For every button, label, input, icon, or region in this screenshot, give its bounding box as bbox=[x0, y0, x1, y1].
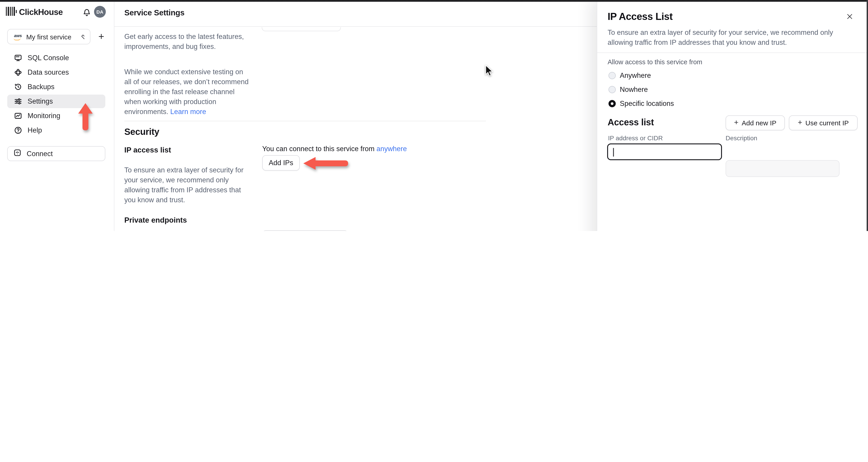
close-icon[interactable] bbox=[844, 11, 855, 22]
setup-private-endpoint-button[interactable]: Set up private endpoint bbox=[262, 230, 348, 231]
sidebar-item-sql-console[interactable]: SQL Console bbox=[7, 51, 105, 65]
window-top-edge bbox=[0, 0, 868, 2]
settings-sliders-icon bbox=[14, 97, 22, 106]
sidebar-item-data-sources[interactable]: Data sources bbox=[7, 66, 105, 79]
use-current-ip-button[interactable]: + Use current IP bbox=[789, 115, 858, 130]
radio-circle-icon bbox=[609, 72, 616, 79]
ip-access-list-heading: IP access list bbox=[124, 146, 171, 154]
radio-specific-locations[interactable]: Specific locations bbox=[609, 98, 744, 109]
radio-selected-icon bbox=[609, 100, 616, 107]
panel-description: To ensure an extra layer of security for… bbox=[608, 28, 849, 48]
ip-access-status: You can connect to this service from any… bbox=[262, 145, 407, 153]
text-caret bbox=[613, 148, 614, 156]
ip-address-input[interactable] bbox=[607, 143, 722, 160]
description-input[interactable] bbox=[725, 160, 839, 177]
backups-history-icon bbox=[14, 83, 22, 91]
fast-release-paragraph-2: While we conduct extensive testing on al… bbox=[124, 67, 250, 117]
access-list-heading: Access list bbox=[608, 117, 654, 127]
panel-title: IP Access List bbox=[608, 11, 673, 23]
page-title: Service Settings bbox=[124, 8, 184, 18]
private-endpoints-heading: Private endpoints bbox=[124, 216, 187, 225]
ip-access-list-description: To ensure an extra layer of security for… bbox=[124, 165, 248, 205]
radio-nowhere[interactable]: Nowhere bbox=[609, 84, 744, 95]
learn-more-link[interactable]: Learn more bbox=[170, 108, 206, 115]
mouse-cursor bbox=[485, 65, 494, 77]
aws-provider-icon: aws bbox=[13, 33, 23, 40]
brand-title: ClickHouse bbox=[19, 7, 63, 17]
connect-button[interactable]: Connect bbox=[7, 146, 105, 161]
annotation-arrow-left bbox=[303, 156, 348, 170]
sidebar-nav: SQL Console Data sources Backups Setting… bbox=[0, 51, 114, 138]
sql-console-icon bbox=[14, 54, 22, 62]
anywhere-link[interactable]: anywhere bbox=[376, 145, 407, 152]
add-service-button[interactable]: + bbox=[95, 30, 107, 44]
allow-access-label: Allow access to this service from bbox=[608, 58, 702, 66]
notifications-bell-icon[interactable] bbox=[83, 8, 91, 17]
add-new-ip-button[interactable]: + Add new IP bbox=[725, 115, 785, 130]
avatar[interactable]: DA bbox=[94, 6, 106, 18]
service-selector[interactable]: aws My first service bbox=[7, 29, 90, 44]
service-selector-label: My first service bbox=[26, 33, 76, 40]
section-divider bbox=[124, 121, 486, 121]
sidebar-item-backups[interactable]: Backups bbox=[7, 80, 105, 94]
chevron-updown-icon bbox=[80, 33, 86, 40]
ip-access-list-panel: IP Access List To ensure an extra layer … bbox=[597, 0, 868, 231]
help-icon bbox=[14, 126, 22, 135]
clickhouse-logo-icon bbox=[6, 7, 17, 16]
fast-release-paragraph-1: Get early access to the latest features,… bbox=[124, 32, 248, 52]
panel-divider bbox=[597, 53, 868, 53]
security-heading: Security bbox=[124, 127, 159, 137]
ip-field-label: IP address or CIDR bbox=[608, 135, 663, 142]
window-scrollbar-edge bbox=[867, 0, 868, 231]
description-field-label: Description bbox=[725, 135, 757, 142]
page-header: Service Settings bbox=[114, 0, 597, 27]
sidebar: ClickHouse DA aws My first service + SQL… bbox=[0, 0, 114, 231]
monitoring-chart-icon bbox=[14, 112, 22, 120]
main-content: Service Settings Get early access to the… bbox=[114, 0, 597, 231]
data-sources-icon bbox=[14, 68, 22, 77]
scrolled-select-remnant bbox=[262, 27, 341, 31]
add-ips-button[interactable]: Add IPs bbox=[262, 155, 300, 171]
radio-anywhere[interactable]: Anywhere bbox=[609, 70, 744, 81]
app-window: ClickHouse DA aws My first service + SQL… bbox=[0, 0, 868, 231]
radio-circle-icon bbox=[609, 86, 616, 93]
annotation-arrow-up bbox=[78, 103, 93, 131]
connect-icon bbox=[13, 149, 21, 158]
